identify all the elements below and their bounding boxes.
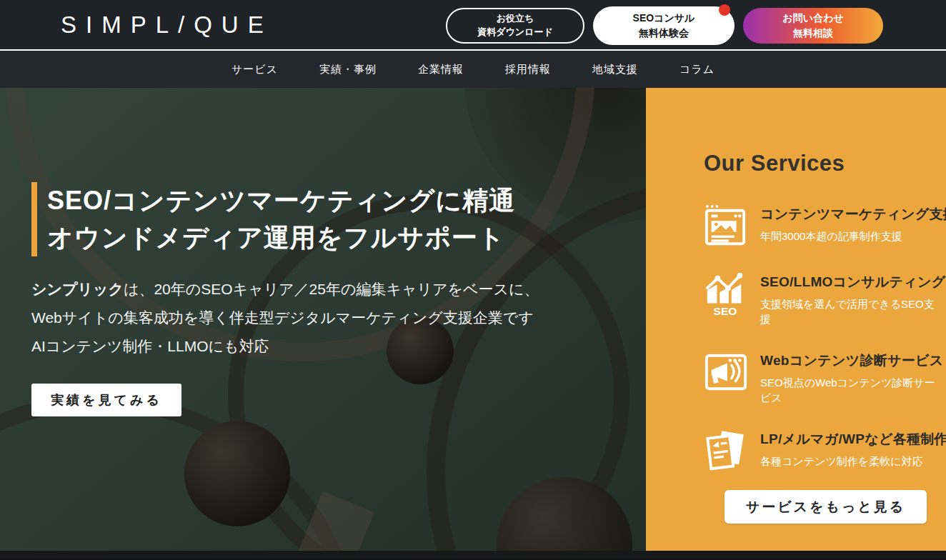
hero-title: SEO/コンテンツマーケティングに精通 オウンドメディア運用をフルサポート <box>47 182 515 256</box>
contact-label-line1: お問い合わせ <box>782 11 843 25</box>
nav-item-services[interactable]: サービス <box>231 63 278 76</box>
services-title: Our Services <box>704 151 939 176</box>
service-item-seo-consulting[interactable]: SEO SEO/LLMOコンサルティング 支援領域を選んで活用できるSEO支援 <box>704 271 939 326</box>
service-title: SEO/LLMOコンサルティング <box>760 273 946 291</box>
contact-button[interactable]: お問い合わせ 無料相談 <box>743 8 883 44</box>
services-panel: Our Services コンテンツマーケティング支援 年間3000本超の記事制… <box>646 88 946 551</box>
seo-trial-label-line1: SEOコンサル <box>633 11 695 25</box>
service-item-content-marketing[interactable]: コンテンツマーケティング支援 年間3000本超の記事制作支援 <box>704 204 939 248</box>
bottom-strip <box>0 551 946 559</box>
hero-description-line3: AIコンテンツ制作・LLMOにも対応 <box>31 338 269 354</box>
top-header: SIMPL/QUE お役立ち 資料ダウンロード SEOコンサル 無料体験会 お問… <box>0 0 946 51</box>
nav-item-company[interactable]: 企業情報 <box>418 63 464 76</box>
nav-item-recruit[interactable]: 採用情報 <box>505 63 551 76</box>
main-content: SEO/コンテンツマーケティングに精通 オウンドメディア運用をフルサポート シン… <box>0 88 946 551</box>
documents-icon <box>704 429 748 473</box>
download-materials-button[interactable]: お役立ち 資料ダウンロード <box>446 8 584 44</box>
download-materials-label-line1: お役立ち <box>497 12 534 26</box>
service-text: SEO/LLMOコンサルティング 支援領域を選んで活用できるSEO支援 <box>760 271 946 326</box>
web-diagnosis-icon <box>704 350 748 394</box>
service-title: コンテンツマーケティング支援 <box>760 205 946 224</box>
service-subtitle: 年間3000本超の記事制作支援 <box>760 229 939 244</box>
hero-description: シンプリックは、20年のSEOキャリア／25年の編集キャリアをベースに、Webサ… <box>31 275 539 361</box>
see-more-services-button[interactable]: サービスをもっと見る <box>725 490 927 524</box>
hero-description-line2: Webサイトの集客成功を導く伴走型デジタルマーケティング支援企業です <box>31 309 534 326</box>
hero-section: SEO/コンテンツマーケティングに精通 オウンドメディア運用をフルサポート シン… <box>0 88 646 551</box>
service-item-content-production[interactable]: LP/メルマガ/WPなど各種制作 各種コンテンツ制作を柔軟に対応 <box>704 429 939 473</box>
hero-description-line1: は、20年のSEOキャリア／25年の編集キャリアをベースに、 <box>124 281 539 297</box>
nav-item-results[interactable]: 実績・事例 <box>319 63 377 76</box>
hero-title-line1: SEO/コンテンツマーケティングに精通 <box>47 182 515 219</box>
content-marketing-icon <box>704 204 748 248</box>
service-text: LP/メルマガ/WPなど各種制作 各種コンテンツ制作を柔軟に対応 <box>760 429 946 469</box>
view-results-button[interactable]: 実績を見てみる <box>31 384 181 416</box>
service-title: LP/メルマガ/WPなど各種制作 <box>760 430 946 449</box>
seo-trial-label-line2: 無料体験会 <box>639 26 689 40</box>
notification-dot <box>719 4 730 16</box>
service-text: コンテンツマーケティング支援 年間3000本超の記事制作支援 <box>760 204 946 244</box>
hero-title-line2: オウンドメディア運用をフルサポート <box>47 219 515 256</box>
nav-item-column[interactable]: コラム <box>679 63 715 76</box>
page: SIMPL/QUE お役立ち 資料ダウンロード SEOコンサル 無料体験会 お問… <box>0 0 946 560</box>
main-nav: サービス 実績・事例 企業情報 採用情報 地域支援 コラム <box>0 51 946 88</box>
heading-accent-bar <box>31 182 37 256</box>
service-item-web-diagnosis[interactable]: Webコンテンツ診断サービス SEO視点のWebコンテンツ診断サービス <box>704 350 939 405</box>
seo-trial-button[interactable]: SEOコンサル 無料体験会 <box>593 6 735 45</box>
service-title: Webコンテンツ診断サービス <box>760 351 944 370</box>
service-subtitle: SEO視点のWebコンテンツ診断サービス <box>760 375 939 405</box>
hero-heading: SEO/コンテンツマーケティングに精通 オウンドメディア運用をフルサポート <box>31 182 515 256</box>
company-name: シンプリック <box>31 281 124 297</box>
svg-text:SEO: SEO <box>714 305 737 316</box>
service-subtitle: 各種コンテンツ制作を柔軟に対応 <box>760 454 939 469</box>
hero-content: SEO/コンテンツマーケティングに精通 オウンドメディア運用をフルサポート シン… <box>0 88 646 551</box>
download-materials-label-line2: 資料ダウンロード <box>477 26 553 39</box>
contact-label-line2: 無料相談 <box>793 26 833 40</box>
logo[interactable]: SIMPL/QUE <box>61 11 273 39</box>
header-button-group: お役立ち 資料ダウンロード SEOコンサル 無料体験会 お問い合わせ 無料相談 <box>446 0 883 51</box>
seo-chart-icon: SEO <box>704 271 748 316</box>
service-subtitle: 支援領域を選んで活用できるSEO支援 <box>760 296 939 326</box>
service-text: Webコンテンツ診断サービス SEO視点のWebコンテンツ診断サービス <box>760 350 944 405</box>
nav-item-regional[interactable]: 地域支援 <box>592 63 638 76</box>
